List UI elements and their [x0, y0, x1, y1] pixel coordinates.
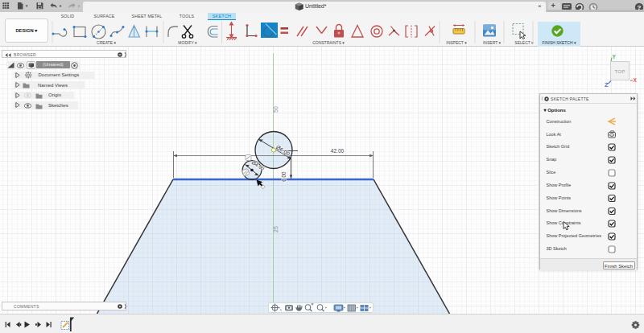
- svg-text:6.00: 6.00: [281, 171, 287, 182]
- svg-text:50: 50: [273, 106, 279, 113]
- svg-text:X: X: [634, 77, 638, 83]
- svg-text:42.00: 42.00: [331, 148, 345, 154]
- svg-text:Y: Y: [613, 54, 617, 60]
- svg-text:Z: Z: [605, 81, 609, 88]
- svg-text:25: 25: [273, 226, 279, 232]
